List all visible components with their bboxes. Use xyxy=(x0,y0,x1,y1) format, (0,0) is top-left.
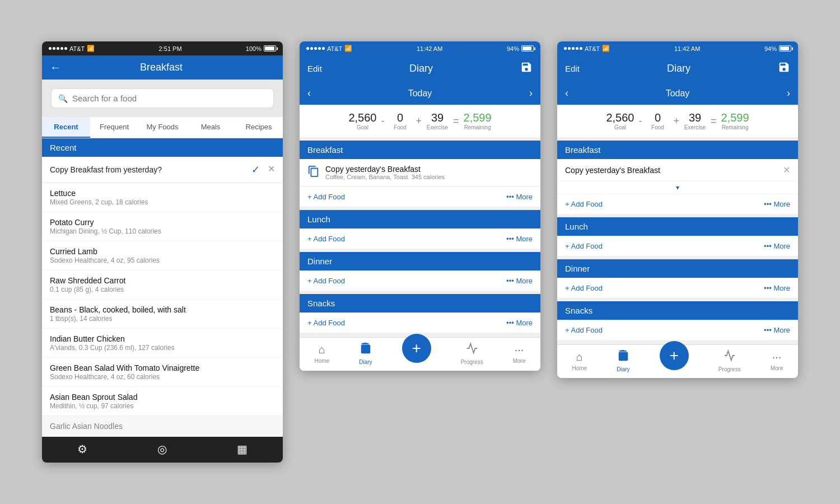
snacks-add-food-button[interactable]: + Add Food xyxy=(307,319,345,327)
food-item[interactable]: Lettuce Mixed Greens, 2 cup, 18 calories xyxy=(42,183,283,212)
food-item[interactable]: Asian Bean Sprout Salad Medithin, ½ cup,… xyxy=(42,387,283,416)
lunch-add-food-button-3[interactable]: + Add Food xyxy=(565,242,603,250)
carrier-3: AT&T xyxy=(585,45,600,52)
nav-progress-2[interactable]: Progress xyxy=(461,342,483,365)
next-day-button-3[interactable]: › xyxy=(787,87,790,99)
settings-icon[interactable]: ⚙ xyxy=(77,442,87,456)
save-icon-3[interactable] xyxy=(778,61,790,76)
plus-icon-2: + xyxy=(412,339,421,357)
dinner-more-button[interactable]: ••• More xyxy=(506,277,533,285)
confirm-copy-button[interactable]: ✓ xyxy=(251,164,260,176)
remaining-value: 2,599 xyxy=(464,111,492,124)
copy-actions: ✓ ✕ xyxy=(251,164,275,176)
bottom-nav-2: ⌂ Home Diary + Progress ··· More xyxy=(300,337,540,371)
date-label-2: Today xyxy=(408,88,432,99)
food-item[interactable]: Raw Shredded Carrot 0.1 cup (85 g), 4 ca… xyxy=(42,270,283,300)
tab-recent[interactable]: Recent xyxy=(42,117,90,138)
more-label-2: More xyxy=(513,358,526,364)
tab-my-foods[interactable]: My Foods xyxy=(138,117,186,138)
breakfast-more-button-3[interactable]: ••• More xyxy=(764,200,790,208)
save-icon-2[interactable] xyxy=(520,61,533,76)
dinner-more-button-3[interactable]: ••• More xyxy=(764,284,790,292)
lunch-body: + Add Food ••• More xyxy=(300,228,540,249)
prev-day-button-2[interactable]: ‹ xyxy=(307,87,311,99)
next-day-button-2[interactable]: › xyxy=(529,87,533,99)
search-bar[interactable]: 🔍 xyxy=(51,88,274,108)
equals-op: = xyxy=(451,115,461,127)
dinner-add-food-button[interactable]: + Add Food xyxy=(307,277,345,285)
time-3: 11:42 AM xyxy=(674,45,700,52)
dinner-add-more: + Add Food ••• More xyxy=(300,270,540,291)
tab-meals[interactable]: Meals xyxy=(186,117,235,138)
status-right-2: 94% xyxy=(507,45,534,52)
food-item[interactable]: Garlic Asian Noodles xyxy=(42,416,283,437)
food-detail: Mixed Greens, 2 cup, 18 calories xyxy=(50,198,275,206)
lunch-more-button-3[interactable]: ••• More xyxy=(764,242,790,250)
date-nav-3: ‹ Today › xyxy=(557,82,798,105)
dismiss-copy-button[interactable]: ✕ xyxy=(268,164,275,176)
date-label-3: Today xyxy=(666,88,690,99)
chevron-down-icon: ▾ xyxy=(557,181,798,194)
plus-op-3: + xyxy=(671,115,682,127)
add-button-3[interactable]: + xyxy=(660,341,689,370)
food-item[interactable]: Indian Butter Chicken A'viands, 0.3 Cup … xyxy=(42,329,283,358)
breakfast-add-food-button[interactable]: + Add Food xyxy=(307,193,345,201)
barcode-icon[interactable]: ▦ xyxy=(237,442,248,456)
remaining-value-3: 2,599 xyxy=(721,111,749,124)
nav-progress-3[interactable]: Progress xyxy=(718,349,741,372)
edit-button-2[interactable]: Edit xyxy=(307,64,322,73)
dinner-add-food-button-3[interactable]: + Add Food xyxy=(565,284,603,292)
breakfast-body-3: Copy yesterday's Breakfast ✕ ▾ + Add Foo… xyxy=(557,159,798,214)
food-detail: Medithin, ½ cup, 97 calories xyxy=(50,402,275,410)
add-button-2[interactable]: + xyxy=(402,334,431,363)
snacks-more-button[interactable]: ••• More xyxy=(506,319,533,327)
diary-title-3: Diary xyxy=(667,63,690,74)
nav-more-3[interactable]: ··· More xyxy=(771,351,783,371)
snacks-body: + Add Food ••• More xyxy=(300,312,540,333)
nav-more-2[interactable]: ··· More xyxy=(513,343,526,364)
copy-yesterday-icon xyxy=(307,165,320,180)
breakfast-more-button[interactable]: ••• More xyxy=(506,193,533,201)
tab-recipes[interactable]: Recipes xyxy=(235,117,283,138)
signal-dots-3 xyxy=(564,47,582,50)
snacks-add-food-button-3[interactable]: + Add Food xyxy=(565,326,603,334)
battery-icon-2 xyxy=(521,45,534,52)
food-value: 0 xyxy=(389,111,411,124)
nav-diary-2[interactable]: Diary xyxy=(359,342,372,365)
time-2: 11:42 AM xyxy=(417,45,442,52)
tab-frequent[interactable]: Frequent xyxy=(90,117,138,138)
copy-yesterday-row-3[interactable]: Copy yesterday's Breakfast ✕ xyxy=(557,159,798,181)
food-name: Curried Lamb xyxy=(50,247,275,256)
search-input[interactable] xyxy=(72,94,267,103)
lunch-add-food-button[interactable]: + Add Food xyxy=(307,235,345,243)
copy-breakfast-row: Copy Breakfast from yesterday? ✓ ✕ xyxy=(42,157,283,183)
breakfast-add-food-button-3[interactable]: + Add Food xyxy=(565,200,603,208)
carrier-label: AT&T xyxy=(69,45,85,52)
food-item[interactable]: Green Bean Salad With Tomato Vinaigrette… xyxy=(42,358,283,387)
dismiss-copy-button-3[interactable]: ✕ xyxy=(783,165,790,175)
recent-header: Recent xyxy=(42,138,283,157)
copy-text-block: Copy yesterday's Breakfast Coffee, Cream… xyxy=(325,165,445,180)
lunch-more-button[interactable]: ••• More xyxy=(506,235,533,243)
home-label-2: Home xyxy=(315,358,330,364)
goal-value-3: 2,560 xyxy=(606,111,634,124)
battery-label-3: 94% xyxy=(764,45,777,52)
diary-icon-3 xyxy=(617,349,629,365)
progress-icon-2 xyxy=(466,342,478,357)
snacks-more-button-3[interactable]: ••• More xyxy=(764,326,790,334)
nav-home-3[interactable]: ⌂ Home xyxy=(572,351,587,371)
prev-day-button-3[interactable]: ‹ xyxy=(565,87,568,99)
app-header-1: ← Breakfast xyxy=(42,55,283,80)
copy-breakfast-text: Copy Breakfast from yesterday? xyxy=(50,165,162,174)
back-button[interactable]: ← xyxy=(50,61,61,74)
nav-diary-3[interactable]: Diary xyxy=(617,349,629,372)
food-item[interactable]: Curried Lamb Sodexo Healthcare, 4 oz, 95… xyxy=(42,241,283,270)
plus-icon-3: + xyxy=(669,347,678,365)
food-item[interactable]: Potato Curry Michigan Dining, ½ Cup, 110… xyxy=(42,212,283,241)
food-item[interactable]: Beans - Black, cooked, boiled, with salt… xyxy=(42,300,283,329)
copy-yesterday-row[interactable]: Copy yesterday's Breakfast Coffee, Cream… xyxy=(300,159,540,186)
target-icon[interactable]: ◎ xyxy=(157,442,167,456)
exercise-calories-3: 39 Exercise xyxy=(684,111,706,130)
nav-home-2[interactable]: ⌂ Home xyxy=(315,343,330,364)
edit-button-3[interactable]: Edit xyxy=(565,64,580,73)
